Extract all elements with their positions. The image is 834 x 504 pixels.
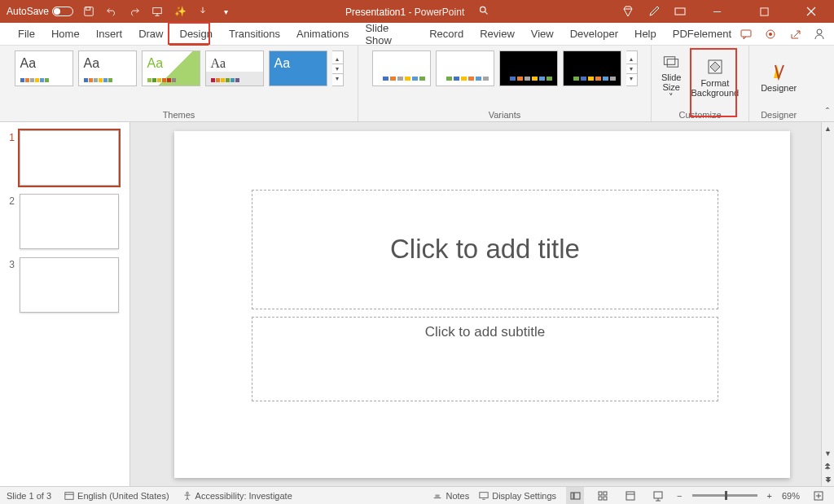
- slide-canvas[interactable]: Click to add title Click to add subtitle: [174, 131, 790, 478]
- tab-insert[interactable]: Insert: [88, 23, 131, 46]
- tab-review[interactable]: Review: [472, 23, 523, 46]
- variants-more-button[interactable]: ▴▾▾: [626, 50, 638, 86]
- fit-to-window-button[interactable]: [810, 487, 827, 505]
- format-background-icon: [705, 57, 725, 77]
- minimize-button[interactable]: [699, 0, 735, 23]
- search-icon[interactable]: [478, 7, 489, 18]
- slide-thumb-2[interactable]: 2: [5, 194, 125, 249]
- theme-gallery-4[interactable]: Aa: [205, 50, 264, 86]
- tab-animations[interactable]: Animations: [288, 23, 357, 46]
- group-variants: ▴▾▾ Variants: [358, 46, 652, 121]
- themes-more-button[interactable]: ▴▾▾: [332, 50, 344, 86]
- scroll-down-icon[interactable]: ▼: [822, 447, 835, 460]
- record-icon[interactable]: [764, 28, 777, 41]
- toggle-switch-icon: [52, 7, 73, 16]
- accessibility-indicator[interactable]: Accessibility: Investigate: [182, 491, 292, 501]
- designer-button[interactable]: Designer: [756, 50, 801, 104]
- variant-4[interactable]: [563, 50, 621, 86]
- slide-mini-preview[interactable]: [20, 130, 119, 186]
- display-settings-button[interactable]: Display Settings: [479, 491, 556, 501]
- format-background-button[interactable]: Format Background: [686, 50, 744, 104]
- sorter-view-button[interactable]: [594, 487, 612, 505]
- qat-more-icon[interactable]: ▾: [218, 4, 233, 19]
- notes-icon: [432, 491, 442, 501]
- slide-mini-preview[interactable]: [20, 257, 119, 313]
- slide-counter[interactable]: Slide 1 of 3: [7, 491, 51, 501]
- svg-rect-4: [675, 8, 685, 15]
- variant-1[interactable]: [372, 50, 431, 86]
- group-designer: Designer Designer: [749, 46, 808, 121]
- tab-slide-show[interactable]: Slide Show: [357, 23, 421, 46]
- comments-icon[interactable]: [740, 28, 753, 41]
- theme-facet[interactable]: Aa: [142, 50, 200, 86]
- slideshow-start-icon[interactable]: [150, 4, 165, 19]
- tab-draw[interactable]: Draw: [130, 23, 171, 46]
- tab-record[interactable]: Record: [421, 23, 472, 46]
- touch-mode-icon[interactable]: [195, 4, 210, 19]
- svg-rect-6: [741, 30, 751, 37]
- zoom-level[interactable]: 69%: [782, 491, 800, 501]
- svg-point-8: [769, 33, 772, 36]
- variant-2[interactable]: [436, 50, 494, 86]
- tab-help[interactable]: Help: [626, 23, 665, 46]
- autosave-label: AutoSave: [7, 6, 49, 17]
- close-button[interactable]: [793, 0, 829, 23]
- magic-icon[interactable]: ✨: [173, 4, 187, 19]
- undo-icon[interactable]: [104, 4, 119, 19]
- slide-thumbnails-panel[interactable]: 1 2 3: [0, 122, 130, 486]
- account-icon[interactable]: [813, 28, 826, 41]
- share-icon[interactable]: [788, 28, 801, 41]
- normal-view-button[interactable]: [566, 487, 584, 505]
- prev-slide-icon[interactable]: ⯭: [822, 460, 835, 473]
- variant-3[interactable]: [499, 50, 558, 86]
- tab-home[interactable]: Home: [43, 23, 88, 46]
- brush-icon[interactable]: [647, 4, 661, 19]
- slide-thumb-3[interactable]: 3: [5, 257, 125, 313]
- tab-view[interactable]: View: [523, 23, 562, 46]
- window-mode-icon[interactable]: [673, 4, 687, 19]
- svg-point-14: [186, 492, 188, 494]
- tab-pdfelement[interactable]: PDFelement: [665, 23, 740, 46]
- collapse-ribbon-button[interactable]: ˆ: [826, 107, 829, 118]
- diamond-icon[interactable]: [621, 4, 635, 19]
- next-slide-icon[interactable]: ⯯: [822, 473, 835, 486]
- svg-rect-13: [65, 492, 73, 499]
- app-name: PowerPoint: [415, 7, 464, 18]
- svg-rect-10: [665, 57, 675, 65]
- slide-size-button[interactable]: Slide Size ˅: [656, 50, 686, 104]
- tab-file[interactable]: File: [10, 23, 43, 46]
- zoom-in-button[interactable]: +: [767, 491, 772, 501]
- slide-number: 3: [5, 257, 15, 313]
- theme-variant-2[interactable]: Aa: [78, 50, 137, 86]
- zoom-out-button[interactable]: −: [677, 491, 682, 501]
- tab-developer[interactable]: Developer: [562, 23, 626, 46]
- language-indicator[interactable]: English (United States): [64, 491, 169, 501]
- group-themes: Aa Aa Aa Aa Aa ▴▾▾ Themes: [0, 46, 358, 121]
- subtitle-placeholder[interactable]: Click to add subtitle: [252, 317, 718, 401]
- save-icon[interactable]: [81, 4, 96, 19]
- svg-rect-1: [86, 7, 90, 11]
- slide-number: 2: [5, 194, 15, 249]
- accessibility-icon: [182, 491, 192, 501]
- title-placeholder[interactable]: Click to add title: [252, 190, 718, 309]
- theme-integral[interactable]: Aa: [269, 50, 327, 86]
- tab-transitions[interactable]: Transitions: [221, 23, 288, 46]
- titlebar-right: [621, 0, 834, 23]
- theme-office[interactable]: Aa: [15, 50, 73, 86]
- svg-rect-11: [667, 59, 678, 68]
- slide-thumb-1[interactable]: 1: [5, 130, 125, 186]
- reading-view-button[interactable]: [621, 487, 639, 505]
- slide-mini-preview[interactable]: [20, 194, 119, 249]
- tab-design[interactable]: Design: [172, 23, 221, 46]
- svg-rect-18: [599, 492, 602, 495]
- notes-toggle[interactable]: Notes: [432, 491, 469, 501]
- slideshow-view-button[interactable]: [649, 487, 667, 505]
- scroll-up-icon[interactable]: ▲: [822, 122, 835, 135]
- redo-icon[interactable]: [127, 4, 142, 19]
- svg-rect-20: [599, 497, 602, 500]
- autosave-toggle[interactable]: AutoSave: [7, 6, 73, 17]
- vertical-scrollbar[interactable]: ▲ ▼ ⯭ ⯯: [821, 122, 834, 486]
- svg-rect-21: [604, 497, 607, 500]
- maximize-button[interactable]: [746, 0, 782, 23]
- zoom-slider[interactable]: [692, 494, 757, 497]
